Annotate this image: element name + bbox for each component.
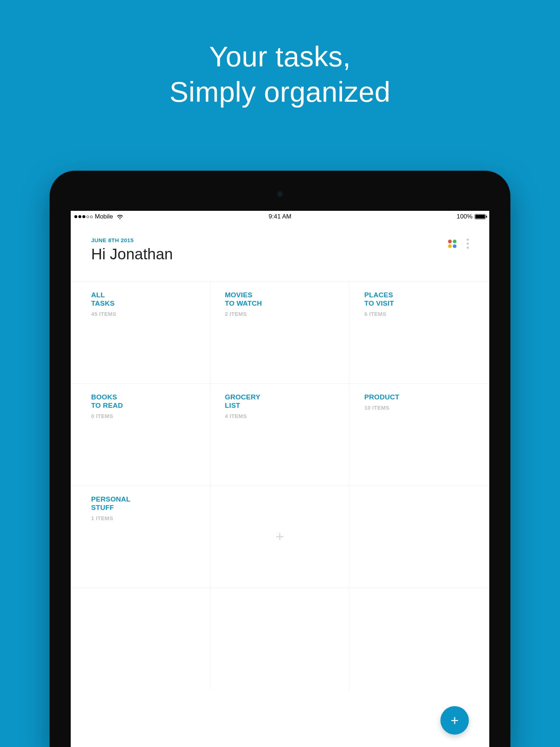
list-item-count: 6 ITEMS: [364, 311, 489, 317]
plus-icon: +: [451, 713, 459, 728]
list-title-line: PRODUCT: [364, 393, 399, 401]
list-card-all-tasks[interactable]: ALLTASKS 45 ITEMS: [71, 281, 210, 383]
status-bar-time: 9:41 AM: [269, 213, 291, 220]
list-card-places[interactable]: PLACESTO VISIT 6 ITEMS: [350, 281, 489, 383]
list-title-line: PERSONAL: [91, 495, 131, 503]
battery-icon: [475, 214, 486, 219]
list-title-line: PLACES: [364, 291, 393, 299]
list-card-movies[interactable]: MOVIESTO WATCH 2 ITEMS: [210, 281, 350, 383]
list-title-line: BOOKS: [91, 393, 117, 401]
list-item-count: 45 ITEMS: [91, 311, 210, 317]
add-list-cell[interactable]: +: [210, 485, 350, 588]
more-menu-icon[interactable]: [467, 239, 469, 249]
list-card-personal[interactable]: PERSONALSTUFF 1 ITEMS: [71, 485, 210, 588]
list-item-count: 10 ITEMS: [364, 405, 489, 411]
list-title-line: STUFF: [91, 504, 114, 511]
device-camera: [277, 191, 283, 197]
wifi-icon: [117, 214, 123, 219]
signal-dots-icon: [74, 215, 93, 218]
empty-cell: [350, 588, 489, 690]
lists-grid: ALLTASKS 45 ITEMS MOVIESTO WATCH 2 ITEMS…: [71, 281, 489, 690]
plus-icon: +: [276, 529, 284, 545]
list-item-count: 2 ITEMS: [225, 311, 350, 317]
list-item-count: 1 ITEMS: [91, 515, 210, 521]
empty-cell: [71, 588, 210, 690]
list-card-product[interactable]: PRODUCT 10 ITEMS: [350, 383, 489, 485]
add-task-fab[interactable]: +: [440, 706, 469, 735]
carrier-label: Mobile: [95, 213, 113, 220]
hero-line-2: Simply organized: [0, 76, 560, 109]
hero-line-2-rest: organized: [256, 76, 390, 108]
status-bar: Mobile 9:41 AM 100%: [71, 211, 489, 222]
empty-cell: [210, 588, 350, 690]
app-grid-icon[interactable]: [448, 240, 456, 248]
list-title-line: TO WATCH: [225, 299, 262, 307]
list-title-line: MOVIES: [225, 291, 253, 299]
device-frame: Mobile 9:41 AM 100% JUNE 8TH 2015 Hi Jon…: [50, 171, 510, 747]
hero-line-1: Your tasks,: [0, 40, 560, 73]
status-bar-left: Mobile: [74, 213, 123, 220]
list-title-line: TO READ: [91, 402, 123, 409]
header-date: JUNE 8TH 2015: [91, 237, 173, 243]
list-card-books[interactable]: BOOKSTO READ 0 ITEMS: [71, 383, 210, 485]
hero-line-2-strong: Simply: [170, 76, 256, 108]
empty-cell: [350, 485, 489, 588]
list-title-line: LIST: [225, 402, 240, 409]
app-header: JUNE 8TH 2015 Hi Jonathan: [71, 222, 489, 270]
list-title-line: GROCERY: [225, 393, 260, 401]
list-title-line: TO VISIT: [364, 299, 394, 307]
header-greeting: Hi Jonathan: [91, 245, 173, 263]
list-title-line: TASKS: [91, 299, 114, 307]
list-item-count: 0 ITEMS: [91, 413, 210, 419]
hero-headline: Your tasks, Simply organized: [0, 0, 560, 109]
list-title-line: ALL: [91, 291, 105, 299]
app-screen: Mobile 9:41 AM 100% JUNE 8TH 2015 Hi Jon…: [71, 211, 489, 747]
battery-percent: 100%: [457, 213, 472, 220]
list-card-grocery[interactable]: GROCERYLIST 4 ITEMS: [210, 383, 350, 485]
status-bar-right: 100%: [457, 213, 486, 220]
list-item-count: 4 ITEMS: [225, 413, 350, 419]
